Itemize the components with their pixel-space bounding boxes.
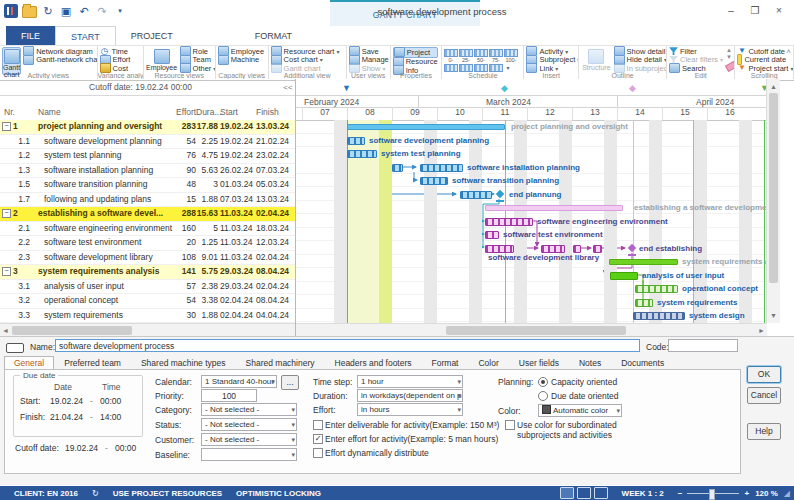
scroll-down-icon[interactable]: ▼	[770, 309, 777, 322]
structure-button[interactable]: Structure	[581, 47, 611, 75]
milestone-marker[interactable]: ◆	[629, 83, 636, 93]
undo-icon[interactable]: ↶	[77, 4, 91, 18]
scroll-right-icon[interactable]: ►	[758, 324, 765, 336]
time-step-select[interactable]: 1 hour	[357, 375, 463, 388]
cutoff-date-value[interactable]: 19.02.24	[65, 443, 98, 453]
collapse-icon[interactable]: −	[2, 122, 11, 131]
task-bar[interactable]	[610, 272, 638, 280]
table-row[interactable]: 1.5software transition planning48301.03.…	[0, 178, 295, 193]
close-button[interactable]: ×	[768, 2, 790, 18]
milestone-marker[interactable]: ◆	[501, 83, 508, 93]
collapse-icon[interactable]: −	[2, 267, 11, 276]
collapse-table-button[interactable]: <<	[281, 83, 295, 92]
gantt-view-icon[interactable]	[560, 487, 574, 499]
panel-tab-notes[interactable]: Notes	[569, 356, 611, 370]
duration-select[interactable]: in workdays(dependent on project c	[357, 389, 463, 402]
panel-tab-general[interactable]: General	[4, 356, 54, 370]
table-row[interactable]: −3system requirements analysis1415.7529.…	[0, 265, 295, 280]
summary-bar[interactable]	[347, 124, 505, 130]
table-row[interactable]: 1.2system test planning764.7519.02.2423.…	[0, 149, 295, 164]
panel-tab-color[interactable]: Color	[468, 356, 508, 370]
subordinate-color-checkbox[interactable]	[505, 420, 515, 430]
column-header-finish[interactable]: Finish	[256, 107, 279, 117]
finish-time-value[interactable]: 14:00	[100, 412, 121, 422]
zoom-slider-thumb[interactable]	[709, 489, 715, 500]
sync-icon[interactable]: ↻	[92, 489, 99, 498]
schedule-option-button[interactable]: 75-	[489, 49, 502, 63]
task-bar[interactable]	[460, 191, 492, 199]
open-folder-icon[interactable]	[22, 6, 37, 18]
summary-bar[interactable]	[609, 259, 678, 265]
zoom-slider[interactable]	[687, 493, 739, 494]
baseline-select[interactable]	[201, 448, 297, 461]
gantt-chart-button[interactable]: Gantt chart	[2, 47, 21, 75]
chart-view-icon[interactable]	[594, 487, 608, 499]
schedule-option-button[interactable]	[459, 64, 472, 72]
zoom-out-button[interactable]: −	[678, 489, 683, 498]
zoom-in-button[interactable]: +	[744, 489, 749, 498]
table-row[interactable]: −2establishing a software devel...28815.…	[0, 207, 295, 222]
name-input[interactable]: software development process	[55, 339, 640, 352]
redo-icon[interactable]: ↷	[95, 4, 109, 18]
schedule-option-button[interactable]	[474, 64, 487, 72]
network-diagram-button[interactable]: Network diagram	[23, 47, 97, 56]
task-bar[interactable]	[420, 177, 448, 185]
schedule-option-button[interactable]	[489, 64, 502, 72]
maximize-button[interactable]: ❐	[744, 2, 766, 18]
eraser-icon[interactable]	[725, 61, 735, 72]
effort-distribute-checkbox[interactable]	[313, 448, 323, 458]
deliverable-checkbox[interactable]	[313, 420, 323, 430]
tab-file[interactable]: FILE	[6, 26, 55, 45]
chevron-down-icon[interactable]: ▾	[506, 64, 509, 71]
scroll-down-icon[interactable]: ▼	[726, 54, 735, 61]
panel-tab-shared-machine-types[interactable]: Shared machine types	[131, 356, 236, 370]
task-bar[interactable]	[633, 312, 685, 320]
cutoff-date-marker[interactable]: ▼	[342, 83, 351, 93]
panel-tab-user-fields[interactable]: User fields	[509, 356, 569, 370]
tab-project[interactable]: PROJECT	[116, 26, 188, 45]
machine-button[interactable]: Machine	[218, 56, 264, 65]
table-row[interactable]: 3.2operational concept543.3802.04.2408.0…	[0, 294, 295, 309]
column-header-name[interactable]: Name	[38, 107, 61, 117]
task-bar[interactable]	[573, 245, 581, 253]
panel-tab-preferred-team[interactable]: Preferred team	[54, 356, 131, 370]
task-bar[interactable]	[347, 137, 365, 145]
column-header-effort[interactable]: Effort	[176, 107, 196, 117]
task-bar[interactable]	[485, 231, 499, 239]
start-time-value[interactable]: 00:00	[100, 396, 121, 406]
ok-button[interactable]: OK	[747, 366, 781, 383]
schedule-option-button[interactable]	[444, 64, 457, 72]
filter-button[interactable]: Filter	[669, 47, 723, 56]
help-button[interactable]: Help	[747, 423, 781, 440]
scrollbar-thumb[interactable]	[769, 93, 778, 283]
status-select[interactable]: - Not selected -	[201, 418, 297, 431]
table-row[interactable]: 3.1analysis of user input572.3829.03.240…	[0, 280, 295, 295]
table-row[interactable]: 2.1software engineering environment16051…	[0, 222, 295, 237]
calendar-browse-button[interactable]: ...	[281, 375, 299, 390]
task-bar[interactable]	[392, 164, 403, 172]
panel-tab-shared-machinery[interactable]: Shared machinery	[236, 356, 325, 370]
minimize-button[interactable]: –	[720, 2, 742, 18]
start-date-value[interactable]: 19.02.24	[50, 396, 83, 406]
gantt-network-chart-button[interactable]: Gantt-network chart	[23, 56, 97, 65]
panel-tab-format[interactable]: Format	[422, 356, 469, 370]
table-horizontal-scrollbar[interactable]: ◄	[0, 323, 295, 337]
table-row[interactable]: 2.3software development library1089.0111…	[0, 251, 295, 266]
effort-select[interactable]: in hours	[357, 403, 463, 416]
task-bar[interactable]	[635, 299, 653, 307]
tab-start[interactable]: START	[55, 26, 116, 46]
split-view-icon[interactable]	[577, 487, 591, 499]
table-row[interactable]: 1.1software development planning542.2519…	[0, 135, 295, 150]
task-bar[interactable]	[635, 285, 678, 293]
table-row[interactable]: 1.7following and updating plans151.8807.…	[0, 193, 295, 208]
column-header-nr[interactable]: Nr.	[4, 107, 15, 117]
category-select[interactable]: - Not selected -	[201, 403, 297, 416]
task-bar[interactable]	[347, 150, 377, 158]
task-bar[interactable]	[593, 245, 602, 253]
column-header-start[interactable]: Start	[220, 107, 238, 117]
due-date-oriented-radio[interactable]	[538, 391, 548, 401]
customer-select[interactable]: - Not selected -	[201, 433, 297, 446]
color-select[interactable]: Automatic color	[538, 404, 622, 417]
column-header-dura[interactable]: Dura...	[196, 107, 222, 117]
panel-tab-documents[interactable]: Documents	[611, 356, 674, 370]
